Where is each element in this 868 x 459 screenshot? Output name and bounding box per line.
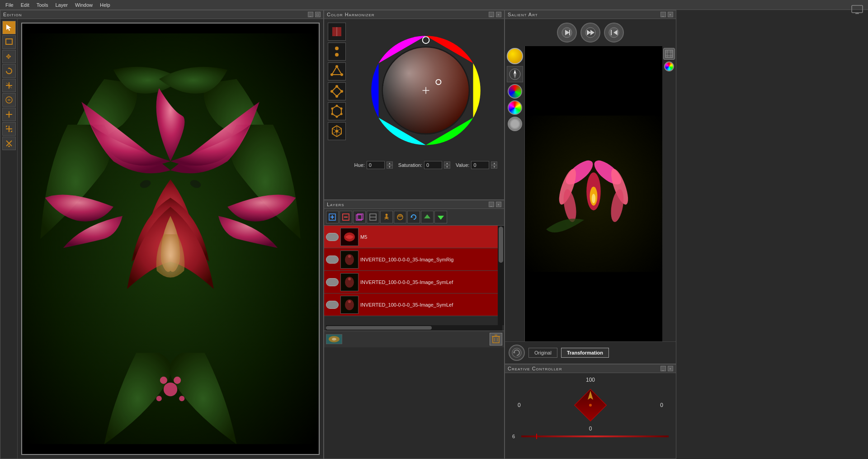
salient-back-btn[interactable] — [604, 23, 624, 43]
layer-tool-delete[interactable] — [340, 211, 352, 223]
controller-left-value: 0 — [518, 402, 521, 408]
saturation-input[interactable] — [424, 161, 442, 169]
layers-panel: Layers _ × — [324, 200, 505, 459]
layer-tool-blend[interactable] — [394, 211, 406, 223]
layer-tool-down[interactable] — [434, 211, 447, 223]
hue-down[interactable]: ▼ — [387, 165, 393, 169]
layers-close-btn[interactable]: × — [496, 202, 501, 207]
tool-transform[interactable] — [2, 122, 16, 136]
svg-point-41 — [340, 108, 343, 110]
salient-refresh-btn[interactable] — [509, 345, 525, 361]
hue-input[interactable] — [367, 161, 385, 169]
layers-rows-container: M5 INVERTED_100-0-0-0_35-Image_SymR — [324, 226, 498, 325]
salient-color-multi-btn[interactable] — [508, 100, 522, 115]
menu-file[interactable]: File — [2, 1, 17, 9]
harmony-triad[interactable] — [328, 62, 346, 80]
controller-slider[interactable] — [521, 435, 669, 437]
canvas-frame[interactable] — [21, 23, 320, 455]
layer-row[interactable]: INVERTED_100-0-0-0_35-Image_SymLef — [324, 271, 498, 293]
tool-rotate[interactable] — [2, 64, 16, 78]
tool-move[interactable]: ✥ — [2, 50, 16, 63]
svg-marker-39 — [332, 106, 341, 117]
harmony-square[interactable] — [328, 82, 346, 100]
edition-maximize-btn[interactable]: □ — [315, 12, 321, 17]
svg-marker-75 — [424, 214, 430, 218]
svg-point-131 — [589, 404, 592, 407]
salient-minimize-btn[interactable]: _ — [660, 12, 666, 17]
layer-visibility-2[interactable] — [326, 256, 339, 264]
layers-minimize-btn[interactable]: _ — [489, 202, 494, 207]
svg-point-42 — [340, 113, 343, 115]
menu-window[interactable]: Window — [71, 1, 96, 9]
layer-visibility-1[interactable] — [326, 233, 339, 241]
layers-hscroll-thumb[interactable] — [326, 326, 432, 330]
layers-vertical-scrollbar[interactable] — [498, 226, 504, 325]
salient-color-nav-btn[interactable] — [508, 84, 522, 99]
salient-bottom-controls: Original Transformation — [505, 341, 676, 364]
salient-compass-btn[interactable] — [507, 66, 523, 82]
tool-scale[interactable] — [2, 79, 16, 92]
svg-point-37 — [335, 95, 338, 98]
color-harmonizer-panel: Color Harmonizer _ × — [324, 10, 505, 200]
hue-up[interactable]: ▲ — [387, 161, 393, 165]
controller-bottom-value: 0 — [589, 426, 592, 432]
value-input[interactable] — [471, 161, 489, 169]
value-down[interactable]: ▼ — [491, 165, 497, 169]
salient-settings-icon[interactable] — [663, 48, 675, 60]
layer-tool-walk[interactable] — [380, 211, 393, 223]
harmony-hex1[interactable] — [328, 102, 346, 120]
layers-scrollbar-thumb[interactable] — [499, 227, 503, 263]
harmonizer-minimize-btn[interactable]: _ — [489, 12, 494, 17]
salient-close-btn[interactable]: × — [668, 12, 673, 17]
hue-field: Hue: ▲ ▼ — [354, 161, 393, 169]
svg-point-29 — [335, 53, 339, 57]
layers-horizontal-scrollbar[interactable] — [326, 325, 502, 331]
layer-tool-refresh[interactable] — [407, 211, 420, 223]
menu-layer[interactable]: Layer — [52, 1, 71, 9]
saturation-down[interactable]: ▼ — [444, 165, 450, 169]
menu-tools[interactable]: Tools — [33, 1, 52, 9]
menu-help[interactable]: Help — [96, 1, 114, 9]
layer-visibility-4[interactable] — [326, 301, 339, 309]
saturation-up[interactable]: ▲ — [444, 161, 450, 165]
salient-color-indicator[interactable] — [507, 48, 523, 64]
tool-pin[interactable] — [2, 108, 16, 121]
harmony-mono[interactable] — [328, 23, 346, 41]
svg-point-110 — [514, 73, 516, 75]
layer-delete-btn[interactable] — [490, 333, 502, 345]
view-transformation-btn[interactable]: Transformation — [561, 348, 609, 358]
salient-gray-btn[interactable] — [508, 117, 522, 131]
svg-point-20 — [160, 377, 167, 384]
harmony-point[interactable] — [328, 43, 346, 61]
menu-edit[interactable]: Edit — [17, 1, 33, 9]
salient-screen-icon[interactable] — [851, 4, 863, 17]
layer-tool-merge[interactable] — [367, 211, 379, 223]
harmony-types — [328, 23, 348, 193]
layer-tool-duplicate[interactable] — [353, 211, 366, 223]
edition-minimize-btn[interactable]: _ — [308, 12, 313, 17]
svg-point-50 — [335, 130, 338, 132]
tool-warp[interactable] — [2, 93, 16, 107]
cc-close-btn[interactable]: × — [668, 366, 673, 371]
color-wheel[interactable] — [367, 23, 485, 158]
salient-skip-btn[interactable] — [580, 23, 600, 43]
salient-spectrum-icon[interactable] — [664, 62, 674, 71]
svg-point-44 — [331, 113, 334, 115]
value-up[interactable]: ▲ — [491, 161, 497, 165]
harmony-hex2[interactable] — [328, 122, 346, 140]
controller-diamond-container[interactable] — [572, 387, 609, 423]
harmonizer-close-btn[interactable]: × — [496, 12, 501, 17]
tool-lasso[interactable] — [2, 35, 16, 49]
view-original-btn[interactable]: Original — [528, 348, 557, 358]
layer-row[interactable]: INVERTED_100-0-0-0_35-Image_SymRig — [324, 248, 498, 271]
layer-visibility-3[interactable] — [326, 278, 339, 286]
salient-play-btn[interactable] — [557, 23, 577, 43]
layer-tool-new[interactable] — [326, 211, 339, 223]
layer-preview-btn[interactable] — [326, 334, 342, 344]
layer-tool-up[interactable] — [421, 211, 434, 223]
layer-row[interactable]: M5 — [324, 226, 498, 248]
tool-cut[interactable] — [2, 137, 16, 150]
layer-row[interactable]: INVERTED_100-0-0-0_35-Image_SymLef — [324, 293, 498, 316]
tool-select[interactable] — [2, 21, 16, 34]
cc-minimize-btn[interactable]: _ — [660, 366, 666, 371]
